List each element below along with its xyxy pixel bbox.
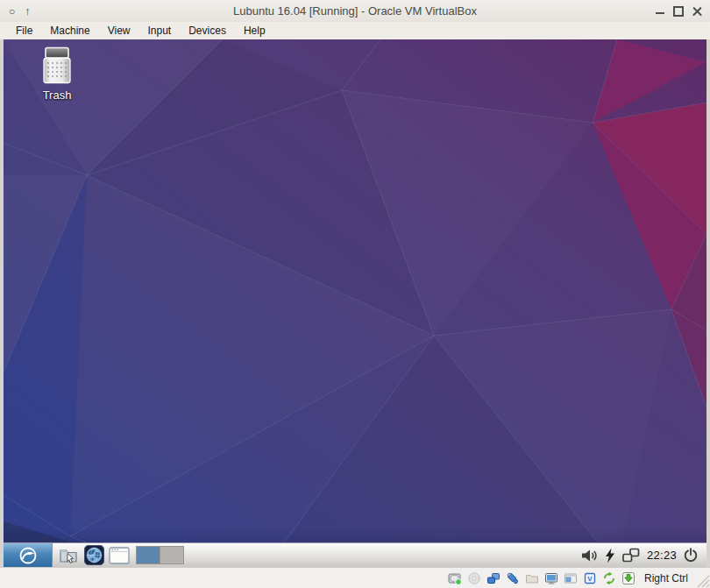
shade-icon[interactable]: ↑ <box>25 5 31 17</box>
power-icon[interactable] <box>683 548 699 563</box>
workspace-pager <box>136 546 184 564</box>
battery-bolt-icon[interactable] <box>605 548 615 563</box>
workspace-2[interactable] <box>160 547 183 563</box>
network-tray-icon[interactable] <box>621 548 641 563</box>
hard-disks-icon[interactable] <box>448 571 462 585</box>
keyboard-capture-icon[interactable] <box>621 571 635 585</box>
shared-folders-icon[interactable] <box>525 571 539 585</box>
virtualbox-window: { "window": { "title": "Lubuntu 16.04 [R… <box>0 0 710 588</box>
web-browser-button[interactable] <box>82 544 105 566</box>
menu-file[interactable]: File <box>7 22 41 39</box>
file-manager-icon <box>59 546 78 565</box>
menu-input[interactable]: Input <box>139 22 181 39</box>
virtualization-features-icon[interactable]: V <box>583 571 597 585</box>
titlebar-left-controls: ○ ↑ <box>9 0 31 22</box>
video-capture-icon[interactable] <box>564 571 578 585</box>
trash-label: Trash <box>43 89 72 102</box>
maximize-icon[interactable] <box>673 6 684 17</box>
file-manager-button[interactable] <box>57 544 80 566</box>
optical-drives-icon[interactable] <box>467 571 481 585</box>
desktop-icon-trash[interactable]: Trash <box>21 46 93 102</box>
close-icon[interactable] <box>692 6 702 16</box>
resize-grip[interactable] <box>695 569 710 588</box>
usb-devices-icon[interactable] <box>506 571 520 585</box>
taskbar: 22:23 <box>4 542 706 567</box>
menu-help[interactable]: Help <box>235 22 274 39</box>
vbox-statusbar: V Right Ctrl <box>0 567 710 588</box>
svg-text:V: V <box>587 575 593 583</box>
volume-icon[interactable] <box>581 549 599 563</box>
quick-launch <box>57 544 131 566</box>
titlebar-right-controls <box>656 0 702 22</box>
workspace-1[interactable] <box>137 547 160 563</box>
desktop-wallpaper <box>4 39 706 567</box>
display-icon[interactable] <box>544 571 558 585</box>
trash-icon <box>39 46 75 87</box>
lubuntu-logo-icon <box>18 546 38 565</box>
web-browser-icon <box>84 545 104 565</box>
window-menu-icon[interactable]: ○ <box>9 6 15 17</box>
show-desktop-button[interactable] <box>108 544 131 566</box>
system-tray: 22:23 <box>581 548 706 563</box>
window-title: Lubuntu 16.04 [Running] - Oracle VM Virt… <box>233 4 477 18</box>
minimize-icon[interactable] <box>656 12 664 14</box>
network-adapters-icon[interactable] <box>486 571 501 585</box>
start-menu-button[interactable] <box>4 543 53 567</box>
show-desktop-icon <box>109 546 130 565</box>
menubar: File Machine View Input Devices Help <box>0 22 710 39</box>
mouse-integration-icon[interactable] <box>602 571 616 585</box>
host-key-label: Right Ctrl <box>644 572 688 584</box>
titlebar: ○ ↑ Lubuntu 16.04 [Running] - Oracle VM … <box>0 0 710 23</box>
menu-machine[interactable]: Machine <box>41 22 98 39</box>
menu-devices[interactable]: Devices <box>180 22 235 39</box>
clock[interactable]: 22:23 <box>647 549 677 562</box>
menu-view[interactable]: View <box>99 22 139 39</box>
guest-screen: Trash <box>4 39 706 567</box>
